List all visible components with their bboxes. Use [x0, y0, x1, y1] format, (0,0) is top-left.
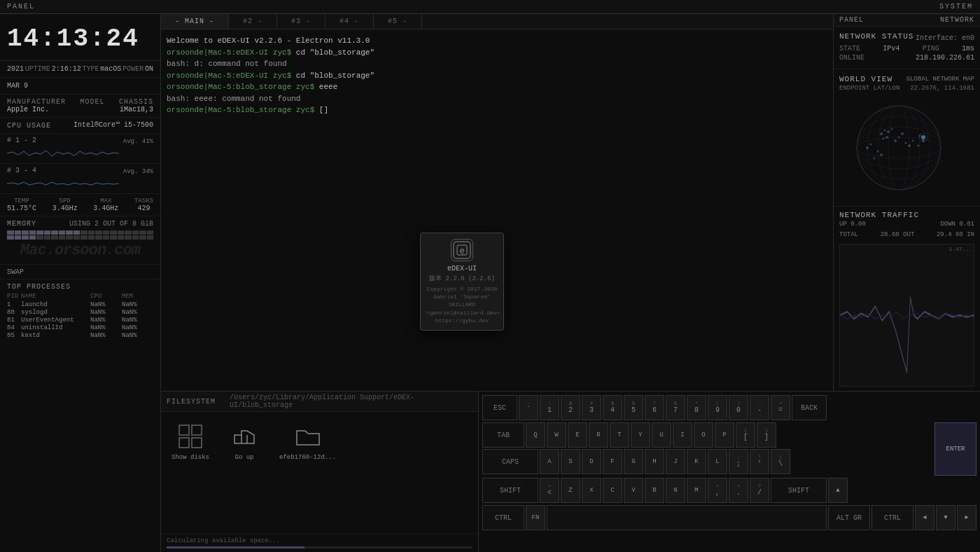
key-fn[interactable]: FN — [526, 505, 545, 530]
key-l[interactable]: L — [708, 449, 727, 474]
core-1-label: # 1 - 2 — [7, 137, 36, 144]
key-m[interactable]: M — [687, 478, 706, 503]
key-z[interactable]: Z — [561, 478, 580, 503]
svg-point-23 — [880, 153, 883, 156]
key-j[interactable]: J — [666, 449, 685, 474]
key-9[interactable]: (9 — [708, 395, 727, 420]
key-0[interactable]: )0 — [729, 395, 748, 420]
key-5[interactable]: %5 — [624, 395, 643, 420]
cpu-section: CPU USAGE Intel®Core™ i5-7500 — [0, 118, 160, 134]
key-altgr[interactable]: ALT GR — [828, 505, 870, 530]
key-enter[interactable]: ENTER — [934, 422, 976, 476]
memory-grid — [7, 230, 153, 240]
key-q[interactable]: Q — [526, 422, 545, 448]
key-quote[interactable]: "' — [750, 449, 769, 474]
core-1-wave — [7, 146, 153, 160]
fs-show-disks[interactable]: Show disks — [172, 422, 209, 461]
key-c[interactable]: C — [603, 478, 622, 503]
ping-label: PING — [923, 45, 939, 53]
key-caps[interactable]: CAPS — [482, 449, 538, 474]
term-prompt-3: orsoonde|Mac-5:blob_storage zyc$ — [167, 83, 314, 91]
model-value: iMac18,3 — [120, 106, 153, 113]
key-a[interactable]: A — [540, 449, 559, 474]
fs-go-up[interactable]: Go up — [230, 422, 258, 461]
key-o[interactable]: O — [694, 422, 713, 448]
key-slash[interactable]: ?/ — [750, 478, 769, 503]
proc-row-4: 84 uninstallId NaN% NaN% — [7, 324, 153, 331]
svg-point-17 — [898, 137, 900, 139]
key-e[interactable]: E — [568, 422, 587, 448]
terminal-area[interactable]: Welcome to eDEX-UI v2.2.6 - Electron v11… — [161, 29, 833, 391]
key-2[interactable]: @2 — [561, 395, 580, 420]
swap-section: SWAP — [0, 265, 160, 280]
key-down-arrow[interactable]: ▼ — [936, 505, 955, 530]
key-comma[interactable]: <, — [708, 478, 727, 503]
key-4[interactable]: $4 — [603, 395, 622, 420]
uptime-value: 2:16:12 — [52, 65, 81, 73]
key-space[interactable] — [547, 505, 827, 530]
key-h[interactable]: H — [645, 449, 664, 474]
key-bracket-open[interactable]: {[ — [736, 422, 755, 448]
key-esc[interactable]: ESC — [482, 395, 517, 420]
key-equals[interactable]: += — [771, 395, 790, 420]
tab-2[interactable]: #2 - — [229, 14, 277, 29]
key-7[interactable]: &7 — [666, 395, 685, 420]
tab-3[interactable]: #3 - — [277, 14, 326, 29]
key-bracket-close[interactable]: }] — [757, 422, 776, 448]
key-v[interactable]: V — [624, 478, 643, 503]
coords-value: 22.2676, 114.1681 — [910, 85, 974, 92]
key-back[interactable]: BACK — [792, 395, 827, 420]
world-view-section: WORLD VIEW GLOBAL NETWORK MAP ENDPOINT L… — [834, 69, 980, 207]
term-prompt-4: orsoonde|Mac-5:blob_storage zyc$ — [167, 106, 314, 114]
key-6[interactable]: ^6 — [645, 395, 664, 420]
key-ctrl-left[interactable]: CTRL — [482, 505, 524, 530]
key-p[interactable]: P — [715, 422, 734, 448]
key-b[interactable]: B — [645, 478, 664, 503]
key-backslash[interactable]: |\ — [771, 449, 790, 474]
key-tilde[interactable]: ~` — [519, 395, 538, 420]
key-u[interactable]: U — [652, 422, 671, 448]
key-up-arrow[interactable]: ▲ — [828, 478, 848, 503]
tab-main[interactable]: - MAIN - — [161, 14, 229, 29]
key-y[interactable]: Y — [631, 422, 650, 448]
key-left-arrow[interactable]: ◄ — [915, 505, 934, 530]
spd-label: SPD — [52, 198, 78, 205]
key-f[interactable]: F — [603, 449, 622, 474]
key-n[interactable]: N — [666, 478, 685, 503]
key-semicolon[interactable]: :; — [729, 449, 748, 474]
fs-folder-item[interactable]: efeb1760-12d... — [279, 422, 336, 461]
dialog-title: eDEX-UI — [426, 265, 498, 272]
key-shift-right[interactable]: SHIFT — [771, 478, 827, 503]
key-x[interactable]: X — [582, 478, 601, 503]
about-dialog[interactable]: e eDEX-UI 版本 2.2.6 (2.2.6) Copyright © 2… — [420, 233, 504, 331]
system-label: SYSTEM — [939, 3, 973, 11]
key-lt[interactable]: >< — [540, 478, 559, 503]
key-tab[interactable]: TAB — [482, 422, 524, 448]
key-period[interactable]: >. — [729, 478, 748, 503]
key-shift-left[interactable]: SHIFT — [482, 478, 538, 503]
proc-pid-header: PID — [7, 293, 21, 300]
key-g[interactable]: G — [624, 449, 643, 474]
kb-rows-2-3-container: TAB Q W E R T Y U I O P {[ }] — [482, 422, 976, 476]
traffic-title: NETWORK TRAFFIC — [839, 211, 919, 219]
key-t[interactable]: T — [610, 422, 629, 448]
key-w[interactable]: W — [547, 422, 566, 448]
svg-text:e: e — [459, 246, 464, 256]
key-i[interactable]: I — [673, 422, 692, 448]
proc-cpu-header: CPU — [90, 293, 122, 300]
key-r[interactable]: R — [589, 422, 608, 448]
folder-icon — [294, 422, 322, 450]
show-disks-label: Show disks — [172, 454, 209, 461]
key-8[interactable]: *8 — [687, 395, 706, 420]
svg-point-21 — [912, 140, 914, 142]
key-d[interactable]: D — [582, 449, 601, 474]
key-s[interactable]: S — [561, 449, 580, 474]
key-minus[interactable]: _- — [750, 395, 769, 420]
key-ctrl-right[interactable]: CTRL — [872, 505, 913, 530]
key-1[interactable]: !1 — [540, 395, 559, 420]
key-3[interactable]: #3 — [582, 395, 601, 420]
key-right-arrow[interactable]: ► — [957, 505, 976, 530]
tab-4[interactable]: #4 - — [326, 14, 374, 29]
tab-5[interactable]: #5 - — [374, 14, 422, 29]
key-k[interactable]: K — [687, 449, 706, 474]
